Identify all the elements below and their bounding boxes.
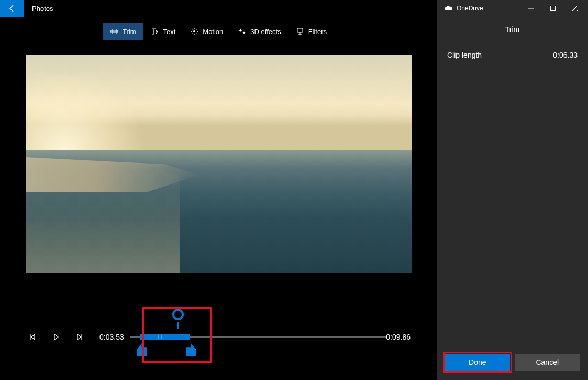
- edit-toolbar: Trim Text Motion 3D effects Filters: [0, 23, 437, 40]
- close-icon: [572, 6, 578, 11]
- cancel-button[interactable]: Cancel: [515, 354, 580, 371]
- tool-text-label: Text: [163, 28, 175, 36]
- play-icon: [52, 333, 60, 341]
- panel-heading: Trim: [446, 17, 579, 41]
- tool-motion[interactable]: Motion: [183, 23, 230, 40]
- svg-point-8: [197, 31, 198, 32]
- trim-start-handle[interactable]: [137, 343, 147, 356]
- prev-frame-icon: [29, 333, 37, 341]
- playhead[interactable]: [172, 309, 184, 320]
- maximize-icon: [550, 6, 556, 11]
- svg-point-12: [196, 33, 197, 34]
- panel-app-name: OneDrive: [457, 5, 520, 12]
- done-button[interactable]: Done: [445, 354, 510, 371]
- onedrive-icon: [444, 6, 452, 11]
- trim-region[interactable]: [140, 334, 190, 340]
- tool-trim[interactable]: Trim: [103, 23, 143, 40]
- back-arrow-icon: [8, 4, 16, 13]
- svg-point-4: [193, 30, 195, 32]
- app-title: Photos: [32, 5, 53, 13]
- svg-rect-17: [551, 6, 556, 11]
- svg-point-5: [194, 28, 195, 29]
- video-preview[interactable]: [26, 55, 412, 273]
- minimize-icon: [528, 6, 534, 11]
- tool-3d-effects[interactable]: 3D effects: [230, 23, 288, 40]
- timeline[interactable]: [130, 327, 386, 348]
- tool-filters-label: Filters: [308, 28, 327, 36]
- tool-trim-label: Trim: [123, 28, 136, 36]
- next-frame-button[interactable]: [72, 330, 86, 344]
- end-time: 0:09.86: [386, 333, 411, 341]
- sparkle-icon: [238, 27, 246, 36]
- trim-icon: [110, 27, 118, 36]
- back-button[interactable]: [0, 0, 24, 17]
- tool-text[interactable]: Text: [143, 23, 183, 40]
- svg-point-6: [194, 34, 195, 35]
- tool-filters[interactable]: Filters: [289, 23, 334, 40]
- trim-end-handle[interactable]: [186, 343, 196, 356]
- tool-3d-label: 3D effects: [250, 28, 281, 36]
- svg-point-11: [192, 33, 193, 34]
- maximize-button[interactable]: [542, 1, 564, 16]
- tool-motion-label: Motion: [203, 28, 223, 36]
- text-icon: [150, 27, 159, 36]
- next-frame-icon: [75, 333, 83, 341]
- play-button[interactable]: [49, 330, 63, 344]
- previous-frame-button[interactable]: [26, 330, 40, 344]
- svg-point-9: [192, 29, 193, 30]
- current-time: 0:03.53: [99, 333, 124, 341]
- clip-length-value: 0:06.33: [553, 51, 578, 59]
- motion-icon: [190, 27, 198, 36]
- svg-rect-13: [297, 28, 303, 32]
- minimize-button[interactable]: [520, 1, 542, 16]
- clip-length-label: Clip length: [447, 51, 482, 59]
- svg-point-10: [196, 29, 197, 30]
- svg-point-7: [191, 31, 192, 32]
- close-button[interactable]: [564, 1, 586, 16]
- filters-icon: [296, 27, 304, 36]
